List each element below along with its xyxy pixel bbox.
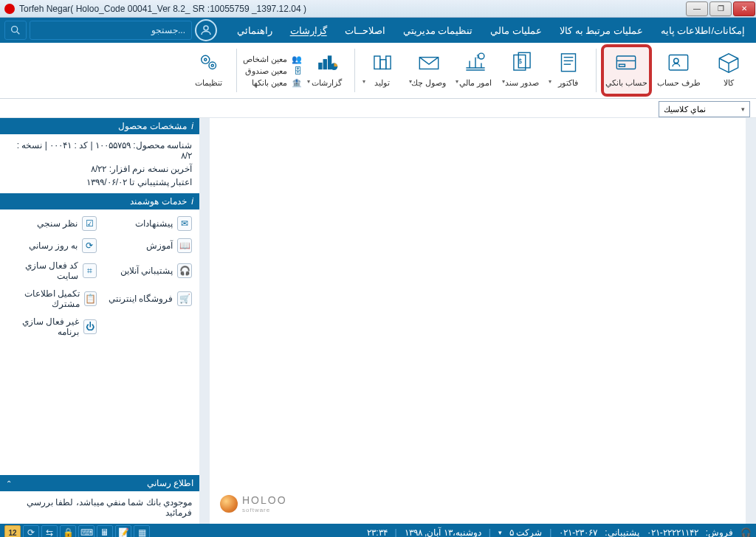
- menu-base-info[interactable]: إمكانات/اطلاعات پايه: [654, 22, 752, 39]
- app-icon: [4, 4, 15, 14]
- svg-point-27: [209, 62, 216, 69]
- close-button[interactable]: ✕: [733, 1, 755, 16]
- safe-icon: 🗄: [290, 66, 302, 77]
- svg-rect-7: [619, 64, 625, 66]
- menu-corrections[interactable]: اصلاحــات: [338, 22, 392, 39]
- holoo-logo: HOLOO software: [220, 493, 287, 513]
- power-icon: ⏻: [83, 319, 97, 334]
- gear-icon: [193, 47, 224, 77]
- svc-activation[interactable]: ⌗كد فعال سازي سايت: [7, 258, 97, 283]
- box-icon: [713, 47, 744, 77]
- svc-survey[interactable]: ☑نظر سنجي: [7, 214, 97, 233]
- svg-rect-18: [374, 56, 380, 69]
- ribbon-moein-group: 👥معين اشخاص 🗄معين صندوق 🏦معين بانكها: [243, 46, 302, 95]
- document-icon: $: [506, 47, 537, 77]
- status-tool-note[interactable]: 📝: [115, 525, 131, 537]
- ribbon-settings[interactable]: تنظيمات: [188, 46, 230, 95]
- ribbon-cheque[interactable]: ▾ وصول چك: [408, 46, 450, 95]
- search-button[interactable]: [4, 21, 27, 40]
- ribbon-bank-account[interactable]: حساب بانكي: [602, 46, 650, 95]
- chevron-down-icon: ▾: [307, 78, 310, 85]
- svg-text:$: $: [476, 54, 479, 60]
- notice-panel-body: موجودي بانك شما منفي ميباشد، لطفا بررسي …: [0, 491, 199, 524]
- svc-deactivate[interactable]: ⏻غير فعال سازي برنامه: [7, 314, 97, 339]
- menu-finance-ops[interactable]: عمليات مالي: [484, 22, 549, 39]
- ribbon-account-party[interactable]: طرف حساب: [654, 46, 704, 95]
- ribbon-invoice[interactable]: ▾ فاكتور: [547, 46, 590, 95]
- book-icon: 📖: [177, 238, 192, 253]
- status-support-label: پشتيباني:: [605, 527, 639, 537]
- status-tool-keyboard[interactable]: ⌨: [78, 525, 94, 537]
- ribbon-goods[interactable]: كالا: [707, 46, 750, 95]
- workspace: HOLOO software: [199, 118, 756, 524]
- product-panel-body: شناسه محصول: ۱۰۰۵۵۷۵۹ | كد : ۰۰۰۴۱ | نسخ…: [0, 134, 199, 193]
- collapse-icon[interactable]: ⌃: [6, 479, 12, 488]
- person-card-icon: [663, 47, 694, 77]
- services-panel-header[interactable]: i خدمات هوشمند: [0, 193, 199, 209]
- window-title: Torfeh Negar( Holoo_Code 00041_Ver 8.2_ …: [19, 4, 306, 14]
- status-sales-phone: ۰۲۱-۲۲۲۲۱۱۴۲: [647, 527, 698, 537]
- svc-update[interactable]: ⟳به روز رساني: [7, 236, 97, 255]
- status-company[interactable]: شركت ۵: [509, 527, 542, 537]
- titlebar: Torfeh Negar( Holoo_Code 00041_Ver 8.2_ …: [0, 0, 756, 18]
- svg-rect-19: [380, 60, 386, 69]
- peach-icon: [220, 495, 238, 513]
- svg-point-26: [204, 58, 206, 60]
- notice-panel-header[interactable]: اطلاع رساني ⌃: [0, 475, 199, 491]
- view-selector[interactable]: ▾ نماي كلاسيك: [659, 101, 750, 117]
- chart-icon: [312, 47, 343, 77]
- ribbon-production[interactable]: ▾ توليد: [361, 46, 404, 95]
- svg-rect-8: [561, 54, 575, 72]
- svc-complete-info[interactable]: 📋تكميل اطلاعات مشترك: [7, 286, 97, 311]
- maximize-button[interactable]: ❐: [709, 1, 732, 16]
- bank-icon: 🏦: [290, 78, 302, 89]
- moein-banks[interactable]: 🏦معين بانكها: [243, 78, 302, 89]
- menu-help[interactable]: راهنمائي: [230, 22, 279, 39]
- status-tool-share[interactable]: ⇆: [41, 525, 58, 537]
- status-calendar-button[interactable]: 12: [4, 525, 21, 537]
- menu-goods-ops[interactable]: عمليات مرتبط به كالا: [553, 22, 650, 39]
- svc-online-support[interactable]: 🎧پشتيباني آنلاين: [103, 258, 192, 283]
- key-icon: ⌗: [83, 263, 97, 278]
- ribbon-finance[interactable]: $ ▾ امور مالي: [454, 46, 497, 95]
- svc-training[interactable]: 📖آموزش: [103, 236, 192, 255]
- product-version-line: آخرين نسخه نرم افزار: ۸/۲۲: [7, 162, 192, 176]
- envelope-icon: [413, 47, 444, 77]
- user-avatar[interactable]: [195, 19, 217, 41]
- mail-icon: ✉: [177, 216, 192, 231]
- svg-rect-21: [319, 63, 322, 69]
- moein-people[interactable]: 👥معين اشخاص: [243, 55, 302, 65]
- status-tool-lock[interactable]: 🔒: [60, 525, 76, 537]
- factory-icon: [367, 47, 398, 77]
- notice-text: موجودي بانك شما منفي ميباشد، لطفا بررسي …: [7, 497, 192, 518]
- moein-fund[interactable]: 🗄معين صندوق: [243, 66, 302, 77]
- status-tool-refresh[interactable]: ⟳: [23, 525, 39, 537]
- headset-icon: 🎧: [177, 263, 192, 278]
- invoice-icon: [553, 47, 584, 77]
- svg-line-1: [17, 32, 19, 34]
- bank-card-icon: [611, 47, 642, 77]
- ribbon-toolbar: كالا طرف حساب حساب بانكي ▾ فاكتور $ ▾ صد…: [0, 43, 756, 99]
- chevron-down-icon: ▾: [362, 78, 365, 85]
- svg-text:$: $: [518, 57, 523, 65]
- menubar: إمكانات/اطلاعات پايه عمليات مرتبط به كال…: [0, 18, 756, 43]
- check-icon: ☑: [82, 216, 97, 231]
- ribbon-reports[interactable]: ▾ گزارشات: [306, 46, 348, 95]
- chevron-down-icon: ▾: [502, 78, 505, 85]
- menu-reports[interactable]: گزارشات: [284, 22, 334, 39]
- search-input[interactable]: [30, 21, 192, 40]
- product-panel-header[interactable]: i مشخصات محصول: [0, 118, 199, 134]
- svc-suggestions[interactable]: ✉پيشنهادات: [103, 214, 192, 233]
- svc-shop[interactable]: 🛒فروشگاه اينترنتي: [103, 286, 192, 311]
- minimize-button[interactable]: —: [686, 1, 708, 16]
- refresh-icon: ⟳: [82, 238, 97, 253]
- menu-mgmt-settings[interactable]: تنظيمات مديريتي: [396, 22, 480, 39]
- people-icon: 👥: [290, 55, 302, 65]
- svg-point-25: [202, 55, 210, 63]
- status-tool-grid[interactable]: ▦: [134, 525, 150, 537]
- svg-rect-3: [670, 55, 688, 71]
- status-tool-calc[interactable]: 🖩: [97, 525, 113, 537]
- svg-point-4: [674, 58, 678, 63]
- chevron-down-icon: ▾: [549, 78, 551, 85]
- ribbon-issue-doc[interactable]: $ ▾ صدور سند: [501, 46, 543, 95]
